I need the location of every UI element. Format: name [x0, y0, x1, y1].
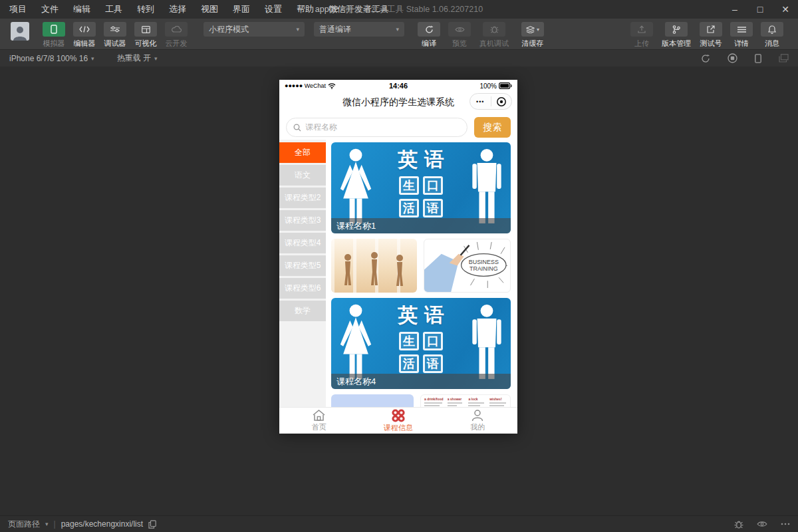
poster-text: 英语 生 口 活 语 — [387, 146, 455, 217]
yoga-figures — [331, 239, 417, 293]
battery-percent: 100% — [479, 82, 497, 90]
sliders-icon — [110, 26, 120, 33]
category-type2[interactable]: 课程类型2 — [279, 188, 326, 208]
device-bar: iPhone 6/7/8 100% 16 ▾ 热重载 开 ▾ — [0, 49, 798, 66]
refresh-icon — [425, 25, 434, 34]
category-chinese[interactable]: 语文 — [279, 165, 326, 186]
male-figure — [469, 303, 504, 382]
tab-course-info[interactable]: 课程信息 — [358, 408, 438, 434]
device-select[interactable]: iPhone 6/7/8 100% 16 ▾ — [9, 54, 94, 63]
course-card-1[interactable]: 英语 生 口 活 语 课程名称1 — [331, 142, 511, 233]
user-avatar[interactable] — [11, 22, 29, 41]
close-button[interactable]: ✕ — [773, 0, 798, 19]
test-account-button[interactable]: 测试号 — [696, 22, 726, 49]
record-icon[interactable] — [728, 53, 737, 63]
eye-icon — [455, 27, 465, 33]
course-caption: 课程名称1 — [331, 218, 511, 233]
battery-icon — [499, 82, 512, 89]
course-caption: 课程名称4 — [331, 374, 511, 389]
rotate-icon[interactable] — [701, 54, 710, 63]
layers-icon — [526, 26, 535, 33]
category-sidebar: 全部 语文 课程类型2 课程类型3 课程类型4 课程类型5 课程类型6 数学 — [279, 140, 326, 434]
mode-select[interactable]: 小程序模式 ▾ — [203, 22, 305, 37]
compile-mode-select[interactable]: 普通编译 ▾ — [314, 22, 404, 37]
course-cards: 英语 生 口 活 语 课程名称1 — [326, 140, 517, 434]
course-card-3[interactable]: BUSINESS TRAINING — [424, 239, 511, 293]
carrier-label: ●●●●● WeChat — [285, 82, 326, 89]
minimize-button[interactable]: – — [722, 0, 747, 19]
phone-icon — [51, 25, 57, 34]
menu-tools[interactable]: 工具 — [105, 3, 122, 15]
menu-help[interactable]: 帮助 — [297, 3, 314, 15]
bug-icon[interactable] — [734, 520, 743, 529]
svg-text:BUSINESS: BUSINESS — [469, 259, 499, 265]
more-button[interactable]: ••• — [470, 98, 491, 105]
category-all[interactable]: 全部 — [279, 142, 326, 163]
chevron-down-icon: ▾ — [296, 26, 299, 33]
category-type4[interactable]: 课程类型4 — [279, 233, 326, 253]
category-type3[interactable]: 课程类型3 — [279, 210, 326, 231]
person-icon — [13, 25, 27, 41]
debugger-toggle[interactable]: 调试器 — [100, 22, 130, 49]
course-card-4[interactable]: 英语 生 口 活 语 课程名称4 — [331, 298, 511, 389]
menu-settings[interactable]: 设置 — [265, 3, 282, 15]
menu-file[interactable]: 文件 — [41, 3, 59, 15]
chevron-down-icon: ▾ — [154, 55, 158, 62]
category-math[interactable]: 数学 — [279, 301, 326, 321]
upload-icon — [638, 25, 646, 33]
editor-toggle[interactable]: 编辑器 — [69, 22, 100, 49]
search-placeholder: 课程名称 — [305, 122, 337, 133]
tab-bar: 首页 课程信息 我的 — [279, 407, 517, 434]
female-figure — [336, 148, 375, 226]
tab-home[interactable]: 首页 — [279, 408, 358, 434]
menu-devtools[interactable]: 微信开发者工具 — [329, 3, 389, 15]
search-button[interactable]: 搜索 — [474, 117, 511, 138]
tab-profile[interactable]: 我的 — [438, 408, 517, 434]
messages-button[interactable]: 消息 — [757, 22, 787, 49]
poster-text: 英语 生 口 活 语 — [387, 302, 455, 373]
git-branch-icon — [672, 25, 680, 34]
category-type5[interactable]: 课程类型5 — [279, 255, 326, 276]
visualizer-toggle[interactable]: 可视化 — [130, 22, 161, 49]
compile-button[interactable]: 编译 — [414, 22, 444, 49]
upload-button: 上传 — [626, 22, 657, 49]
category-type6[interactable]: 课程类型6 — [279, 278, 326, 299]
status-bar: ●●●●● WeChat 14:46 100% — [279, 80, 517, 92]
hamburger-icon — [737, 27, 746, 33]
menu-edit[interactable]: 编辑 — [73, 3, 90, 15]
chevron-down-icon[interactable]: ▾ — [45, 521, 49, 527]
page-path-label[interactable]: 页面路径 — [8, 519, 40, 530]
clover-grid-icon — [391, 409, 406, 422]
menu-interface[interactable]: 界面 — [233, 3, 250, 15]
search-input[interactable]: 课程名称 — [286, 118, 467, 137]
details-button[interactable]: 详情 — [726, 22, 757, 49]
toolbar: 模拟器 编辑器 调试器 可视化 云开发 小程序模式 ▾ 普通编译 ▾ — [0, 19, 798, 49]
maximize-button[interactable]: □ — [747, 0, 773, 19]
copy-icon[interactable] — [148, 520, 156, 529]
menu-view[interactable]: 视图 — [201, 3, 218, 15]
cloud-icon — [172, 26, 182, 33]
female-figure — [336, 303, 375, 382]
more-dots-icon[interactable] — [781, 523, 790, 525]
capsule-menu: ••• — [469, 93, 512, 110]
clear-cache-button[interactable]: ▾ 清缓存 — [513, 22, 552, 49]
window-icon — [142, 26, 150, 33]
eye-icon[interactable] — [757, 521, 767, 527]
status-footer: 页面路径 ▾ | pages/kechengxinxi/list — [0, 515, 798, 532]
exit-button[interactable] — [491, 96, 512, 107]
remote-debug-button: 真机调试 — [475, 22, 513, 49]
svg-text:TRAINING: TRAINING — [469, 265, 498, 272]
wifi-icon — [328, 83, 336, 89]
hot-reload-toggle[interactable]: 热重载 开 ▾ — [117, 53, 158, 64]
course-card-2[interactable] — [331, 239, 417, 293]
chevron-down-icon: ▾ — [537, 27, 539, 33]
simulator-toggle[interactable]: 模拟器 — [39, 22, 69, 49]
business-training-art: BUSINESS TRAINING — [424, 239, 510, 292]
version-manage-button[interactable]: 版本管理 — [657, 22, 696, 49]
device-frame-icon[interactable] — [755, 54, 761, 63]
nav-bar: 微信小程序的学生选课系统 ••• — [279, 92, 517, 112]
menu-project[interactable]: 项目 — [9, 3, 27, 15]
search-row: 课程名称 搜索 — [279, 112, 517, 142]
menu-select[interactable]: 选择 — [169, 3, 186, 15]
menu-goto[interactable]: 转到 — [137, 3, 154, 15]
